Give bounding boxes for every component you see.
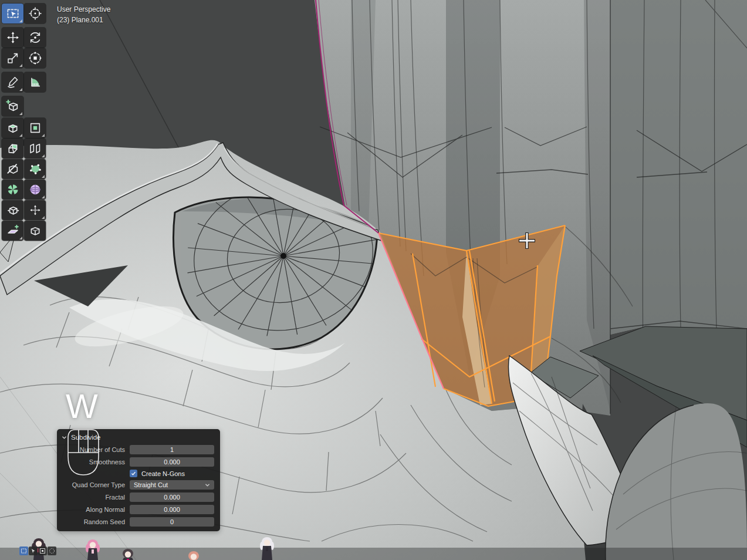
tool-transform[interactable] xyxy=(24,48,46,68)
tool-knife[interactable] xyxy=(2,159,23,179)
small-dark-character xyxy=(123,549,133,560)
field-label: Along Normal xyxy=(63,506,125,513)
smooth-icon xyxy=(28,183,42,197)
tool-cursor[interactable] xyxy=(24,4,46,23)
white-haired-character xyxy=(260,537,274,560)
rotate-icon xyxy=(28,31,42,45)
tool-shrink-fatten[interactable] xyxy=(24,200,46,220)
check-icon xyxy=(131,471,136,476)
blender-window: User Perspective (23) Plane.001 W Subdiv… xyxy=(0,0,747,560)
tool-extrude-region[interactable] xyxy=(2,118,23,138)
poly-build-icon xyxy=(28,162,42,176)
select-box-icon xyxy=(6,6,20,21)
tool-shear[interactable] xyxy=(2,221,23,241)
move-icon xyxy=(6,31,20,45)
bottom-tool-select-face[interactable] xyxy=(38,546,47,555)
active-object-label: (23) Plane.001 xyxy=(57,15,110,25)
add-cube-icon xyxy=(6,99,20,113)
field-label: Quad Corner Type xyxy=(63,481,125,488)
toolbar xyxy=(0,0,48,247)
transform-icon xyxy=(28,51,42,65)
extrude-region-icon xyxy=(6,121,20,135)
bottom-tool-select-box[interactable] xyxy=(19,546,28,555)
checkbox-label: Create N-Gons xyxy=(141,470,185,477)
tweak-icon xyxy=(30,548,36,554)
field-label: Fractal xyxy=(63,494,125,501)
measure-icon xyxy=(28,75,42,89)
tool-inset-faces[interactable] xyxy=(24,118,46,138)
number-of-cuts-field[interactable]: 1 xyxy=(130,445,214,454)
annotate-icon xyxy=(6,75,20,89)
quad-corner-type-dropdown[interactable]: Straight Cut xyxy=(130,480,214,490)
bottom-tool-tweak[interactable] xyxy=(29,546,38,555)
screencast-key-overlay: W xyxy=(66,386,98,426)
tool-rip-region[interactable] xyxy=(24,221,46,241)
tool-loop-cut[interactable] xyxy=(24,139,46,158)
view-perspective-label: User Perspective xyxy=(57,4,110,15)
tool-move[interactable] xyxy=(2,28,23,48)
knife-icon xyxy=(6,162,20,176)
smoothness-field[interactable]: 0.000 xyxy=(130,457,214,467)
cursor-icon xyxy=(28,6,42,21)
fractal-field[interactable]: 0.000 xyxy=(130,492,214,502)
create-ngons-checkbox[interactable] xyxy=(130,470,137,477)
screencast-mouse-overlay xyxy=(65,427,102,478)
rip-region-icon xyxy=(28,224,42,238)
field-label: Random Seed xyxy=(63,518,125,525)
scale-icon xyxy=(6,51,20,65)
bottom-tool-select-circle[interactable] xyxy=(48,546,56,555)
select-circle-icon xyxy=(49,548,55,554)
shear-icon xyxy=(6,224,20,238)
tool-scale[interactable] xyxy=(2,48,23,68)
spin-icon xyxy=(6,183,20,197)
tool-add-cube[interactable] xyxy=(2,96,23,116)
tool-bevel[interactable] xyxy=(2,139,23,158)
tool-annotate[interactable] xyxy=(2,72,23,92)
along-normal-field[interactable]: 0.000 xyxy=(130,505,214,514)
tool-measure[interactable] xyxy=(24,72,46,92)
viewport-header-overlay: User Perspective (23) Plane.001 xyxy=(57,4,110,25)
bevel-icon xyxy=(6,141,20,156)
edge-slide-icon xyxy=(6,203,20,217)
shrink-fatten-icon xyxy=(28,203,42,217)
tool-poly-build[interactable] xyxy=(24,159,46,179)
tiny-pink-character xyxy=(188,551,199,560)
tool-edge-slide[interactable] xyxy=(2,200,23,220)
tool-spin[interactable] xyxy=(2,180,23,200)
select-box-icon xyxy=(21,548,27,554)
loop-cut-icon xyxy=(28,141,42,156)
tool-select-box[interactable] xyxy=(2,4,23,23)
inset-faces-icon xyxy=(28,121,42,135)
pink-twintail-character xyxy=(86,539,100,560)
tool-rotate[interactable] xyxy=(24,28,46,48)
random-seed-field[interactable]: 0 xyxy=(130,517,214,527)
tool-smooth[interactable] xyxy=(24,180,46,200)
select-face-icon xyxy=(39,548,46,554)
chevron-down-icon xyxy=(205,483,210,487)
